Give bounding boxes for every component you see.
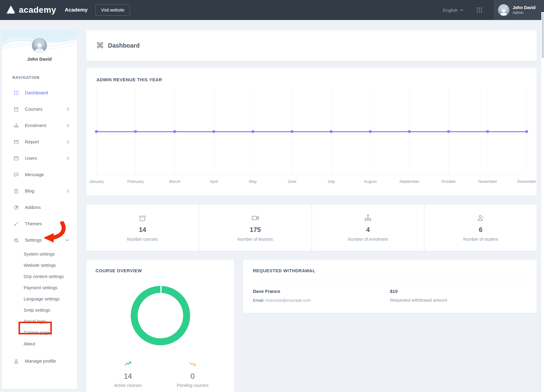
data-point bbox=[330, 130, 332, 133]
withdrawal-row: Dave Franco Email: instructor@example.co… bbox=[253, 289, 527, 303]
x-tick-label: October bbox=[441, 179, 456, 184]
stat-number-students: 6 Number of student bbox=[425, 205, 537, 251]
active-courses-value: 14 bbox=[96, 372, 160, 380]
revenue-card: ADMIN REVENUE THIS YEAR January F bbox=[86, 68, 537, 196]
chevron-right-icon bbox=[67, 189, 69, 193]
avatar[interactable] bbox=[31, 37, 48, 53]
stat-label: Number of student bbox=[463, 237, 498, 242]
submenu-language-settings[interactable]: Language settings bbox=[2, 293, 77, 304]
sidebar-item-themes[interactable]: Themes bbox=[2, 216, 77, 232]
stat-label: Number of enrolment bbox=[348, 237, 388, 242]
submenu-drip-content-settings[interactable]: Drip content settings bbox=[2, 271, 77, 282]
stat-number-lessons: 175 Number of lessons bbox=[199, 205, 311, 251]
chevron-right-icon bbox=[67, 140, 69, 144]
pending-courses-stat: 0 Pending courses bbox=[160, 360, 225, 388]
sidebar-item-enrolment[interactable]: Enrolment bbox=[2, 117, 77, 134]
chevron-down-icon bbox=[65, 239, 69, 241]
chevron-down-icon bbox=[460, 9, 463, 11]
basket-icon bbox=[138, 214, 146, 222]
sidebar-item-dashboard[interactable]: Dashboard bbox=[2, 85, 77, 101]
x-tick-label: May bbox=[249, 179, 257, 184]
course-overview-title: COURSE OVERVIEW bbox=[96, 268, 225, 273]
data-point bbox=[173, 130, 176, 133]
sidebar-item-addons[interactable]: Addons bbox=[2, 199, 77, 216]
x-tick-label: September bbox=[399, 179, 419, 184]
stat-value: 14 bbox=[139, 226, 146, 234]
stat-value: 175 bbox=[250, 226, 261, 234]
person-icon bbox=[13, 358, 20, 364]
stat-value: 4 bbox=[366, 226, 370, 234]
language-label: English bbox=[443, 8, 458, 13]
withdrawal-amount: $10 bbox=[390, 289, 527, 294]
visit-website-button[interactable]: Visit website bbox=[96, 4, 130, 16]
x-axis-labels: January February March April May June Ju… bbox=[96, 176, 527, 188]
x-tick-label: April bbox=[210, 179, 218, 184]
chat-bubble-icon bbox=[13, 172, 20, 178]
data-point bbox=[212, 130, 215, 133]
sliders-icon bbox=[13, 237, 20, 243]
submenu-social-login[interactable]: Social login bbox=[2, 316, 77, 327]
sidebar-item-label: Enrolment bbox=[25, 123, 46, 128]
stat-label: Number courses bbox=[127, 237, 158, 242]
submenu-custom-page[interactable]: Custom page bbox=[2, 327, 77, 338]
stat-number-courses: 14 Number courses bbox=[86, 205, 199, 251]
x-tick-label: January bbox=[89, 179, 104, 184]
scrollbar[interactable] bbox=[541, 12, 544, 392]
page-header: ⌘ Dashboard bbox=[86, 30, 537, 61]
sidebar-item-message[interactable]: Message bbox=[2, 166, 77, 183]
archive-box-icon bbox=[13, 156, 20, 161]
submenu-system-settings[interactable]: System settings bbox=[2, 248, 77, 260]
revenue-series-line bbox=[96, 131, 527, 132]
submenu-about[interactable]: About bbox=[2, 338, 77, 349]
course-overview-card: COURSE OVERVIEW 14 Active courses bbox=[86, 260, 234, 392]
sitemap-icon bbox=[13, 123, 20, 129]
data-point bbox=[526, 130, 528, 133]
students-icon bbox=[476, 214, 485, 222]
submenu-smtp-settings[interactable]: Smtp settings bbox=[2, 304, 77, 316]
sidebar-item-users[interactable]: Users bbox=[2, 150, 77, 166]
instructor-name: Dave Franco bbox=[253, 289, 390, 294]
scrollbar-thumb[interactable] bbox=[542, 13, 544, 58]
user-role: Admin bbox=[513, 11, 536, 15]
language-selector[interactable]: English bbox=[443, 8, 463, 13]
x-tick-label: March bbox=[169, 179, 180, 184]
sidebar-item-report[interactable]: Report bbox=[2, 134, 77, 150]
avatar bbox=[498, 4, 509, 16]
sidebar-item-blog[interactable]: Blog bbox=[2, 183, 77, 199]
sidebar-item-label: Dashboard bbox=[25, 90, 48, 95]
x-tick-label: November bbox=[478, 179, 497, 184]
settings-submenu: System settings Website settings Drip co… bbox=[2, 248, 77, 349]
pending-courses-label: Pending courses bbox=[160, 383, 225, 388]
sidebar-item-label: Message bbox=[25, 172, 44, 177]
data-point bbox=[251, 130, 254, 133]
stat-number-enrolment: 4 Number of enrolment bbox=[312, 205, 424, 251]
command-icon: ⌘ bbox=[96, 42, 104, 49]
logo-text: academy bbox=[19, 5, 56, 15]
basket-icon bbox=[13, 106, 20, 112]
navigation-heading: NAVIGATION bbox=[12, 75, 77, 80]
user-menu[interactable]: John David Admin bbox=[494, 0, 544, 20]
sidebar-user-name: John David bbox=[2, 56, 77, 62]
apps-grid-icon[interactable] bbox=[476, 7, 483, 13]
x-tick-label: August bbox=[364, 179, 377, 184]
page-title: Dashboard bbox=[108, 42, 139, 49]
document-icon bbox=[13, 188, 20, 194]
sidebar-item-manage-profile[interactable]: Manage profile bbox=[2, 353, 77, 369]
data-point bbox=[408, 130, 411, 133]
sidebar-item-settings[interactable]: Settings bbox=[2, 232, 77, 248]
data-point bbox=[134, 130, 137, 133]
sidebar-item-courses[interactable]: Courses bbox=[2, 101, 77, 117]
withdrawal-amount-label: Requested withdrawal amount bbox=[390, 298, 527, 303]
submenu-payment-settings[interactable]: Payment settings bbox=[2, 282, 77, 293]
video-icon bbox=[251, 214, 260, 222]
active-courses-stat: 14 Active courses bbox=[96, 360, 160, 388]
trending-down-icon bbox=[189, 360, 196, 368]
revenue-title: ADMIN REVENUE THIS YEAR bbox=[96, 77, 527, 82]
chevron-right-icon bbox=[67, 156, 69, 160]
data-point bbox=[486, 130, 489, 133]
instructor-email: instructor@example.com bbox=[265, 298, 311, 303]
submenu-website-settings[interactable]: Website settings bbox=[2, 260, 77, 271]
app-logo[interactable]: academy bbox=[5, 5, 56, 15]
requested-withdrawal-card: REQUESTED WITHDRAWAL Dave Franco Email: … bbox=[243, 260, 537, 313]
data-point bbox=[369, 130, 371, 133]
